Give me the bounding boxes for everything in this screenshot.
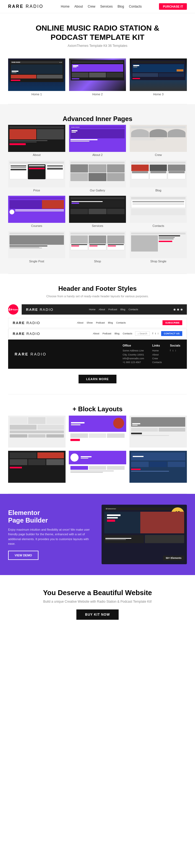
inner-contacts-label: Contacts (130, 224, 187, 227)
template-home3-label: Home 3 (130, 93, 187, 96)
footer-logo: RARE RADIO (14, 344, 112, 365)
template-home3: Home 3 (130, 59, 187, 96)
inner-pages-grid: About RARE RADIO (8, 125, 187, 263)
inner-services-label: Services (69, 224, 126, 227)
footer-col-socials: Socials f t i (170, 344, 181, 365)
view-demo-button[interactable]: VIEW DEMO (8, 551, 38, 560)
nav-contacts[interactable]: Contacts (129, 5, 142, 8)
inner-price-label: Price (8, 189, 65, 192)
inner-crew: Crew (130, 125, 187, 156)
inner-courses-label: Courses (8, 224, 65, 227)
inner-gallery: Our Gallery (69, 160, 126, 192)
nav-about[interactable]: About (74, 5, 83, 8)
bottom-cta-section: You Deserve a Beautiful Website Build a … (0, 575, 195, 630)
header-light-1: RARE RADIO AboutShowPodcastBlogContacts … (8, 318, 187, 328)
block-1 (8, 415, 66, 447)
template-home3-preview (130, 59, 187, 91)
inner-services: Services (69, 196, 126, 227)
template-home2-label: Home 2 (69, 93, 126, 96)
inner-pages-section: Advanced Inner Pages About (0, 104, 195, 274)
inner-blog: Blog (130, 160, 187, 192)
inner-pages-title: Advanced Inner Pages (8, 115, 187, 123)
elementor-description: Enjoy maximum intuition and flexibility … (8, 527, 93, 546)
block-3 (129, 415, 187, 447)
header-light-2: RARE RADIO AboutPodcastBlogContacts ⌕ Se… (8, 329, 187, 338)
elementor-preview-image: 15 Pages Elementor (102, 505, 187, 564)
template-home1: RARE RADIO (8, 59, 65, 96)
inner-contacts: Contacts (130, 196, 187, 227)
contact-button[interactable]: CONTACT US (161, 331, 182, 336)
bottom-cta-title: You Deserve a Beautiful Website (11, 589, 184, 597)
inner-about2-label: About 2 (69, 153, 126, 156)
nav-services[interactable]: Services (100, 5, 113, 8)
block-layouts-section: + Block Layouts (0, 395, 195, 494)
inner-about: About (8, 125, 65, 156)
header-footer-title: Header and Footer Styles (8, 285, 187, 292)
inner-shop-label: Shop (69, 260, 126, 263)
inner-price: Price (8, 160, 65, 192)
learn-more-button[interactable]: LEARN MORE (78, 375, 117, 383)
inner-single-post-label: Single Post (8, 260, 65, 263)
footer-col-links: Links HomeAboutCrewContacts (152, 344, 162, 365)
hero-subtitle: AxiomThemes Template Kit 36 Templates (11, 44, 184, 48)
styles-badge: 4+ Styles (8, 304, 19, 315)
block-6 (129, 451, 187, 483)
logo-main: RARE (8, 4, 24, 9)
header-footer-section: Header and Footer Styles Choose from a h… (0, 274, 195, 394)
logo-sub: RADIO (24, 4, 43, 9)
inner-blog-label: Blog (130, 189, 187, 192)
hero-section: ONLINE MUSIC RADIO STATION &PODCAST TEMP… (0, 13, 195, 53)
inner-crew-label: Crew (130, 153, 187, 156)
template-home1-label: Home 1 (8, 93, 65, 96)
inner-shop-single: Shop Single (130, 231, 187, 263)
block-4 (8, 451, 66, 483)
footer-dark: RARE RADIO Office Some Address LineCity,… (8, 340, 187, 369)
hero-title: ONLINE MUSIC RADIO STATION &PODCAST TEMP… (11, 24, 184, 42)
header-orange-button[interactable]: SUBSCRIBE (162, 320, 182, 325)
home-templates-grid: RARE RADIO (0, 53, 195, 104)
nav-home[interactable]: Home (61, 5, 70, 8)
buy-kit-button[interactable]: BUY KIT NOW (76, 610, 118, 620)
bottom-cta-subtitle: Build a unique Creative Website with Rad… (11, 600, 184, 603)
inner-shop-single-label: Shop Single (130, 260, 187, 263)
inner-about-label: About (8, 153, 65, 156)
block-layouts-title: + Block Layouts (8, 405, 187, 413)
elementor-title: ElementorPage Builder (8, 509, 93, 524)
template-home1-preview: RARE RADIO (8, 59, 65, 91)
elementor-section: ElementorPage Builder Enjoy maximum intu… (0, 494, 195, 575)
inner-gallery-label: Our Gallery (69, 189, 126, 192)
header-footer-subtitle: Choose from a handy set of ready-made he… (8, 294, 187, 298)
header-dark: RARE RADIO HomeAboutPodcastBlogContacts (22, 304, 187, 315)
template-home2-preview (69, 59, 126, 91)
header-style-1-wrapper: 4+ Styles RARE RADIO HomeAboutPodcastBlo… (8, 304, 187, 315)
nav-logo: RARE RADIO (8, 4, 43, 9)
inner-shop: Shop (69, 231, 126, 263)
inner-about2: RARE RADIO About 2 (69, 125, 126, 156)
nav-links: Home About Crew Services Blog Contacts (61, 5, 142, 8)
nav-crew[interactable]: Crew (88, 5, 95, 8)
navbar: RARE RADIO Home About Crew Services Blog… (0, 0, 195, 13)
elementor-text-content: ElementorPage Builder Enjoy maximum intu… (8, 509, 93, 560)
elements-badge: 50+ Elements (163, 556, 184, 560)
block-layouts-grid (8, 415, 187, 483)
block-2 (69, 415, 126, 447)
purchase-button[interactable]: PURCHASE IT (159, 3, 187, 10)
search-box[interactable]: ⌕ Search (135, 331, 150, 336)
footer-col-office: Office Some Address LineCity, Country 10… (123, 344, 144, 365)
elementor-preview: 15 Pages Elementor (102, 505, 187, 564)
inner-courses: Courses (8, 196, 65, 227)
block-5 (69, 451, 126, 483)
nav-blog[interactable]: Blog (118, 5, 124, 8)
inner-single-post: Single Post (8, 231, 65, 263)
template-home2: Home 2 (69, 59, 126, 96)
